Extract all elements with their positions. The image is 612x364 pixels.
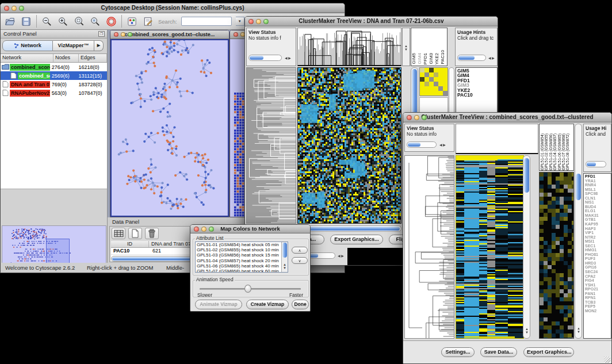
save-session-icon[interactable] [20, 16, 32, 28]
row-label[interactable]: FIG4 [585, 278, 610, 283]
attribute-listbox[interactable]: GPL51-01 (GSM854) heat shock 05 minGPL51… [195, 242, 288, 273]
column-label[interactable]: GIM3 [429, 53, 434, 64]
column-label[interactable]: PAC10 [441, 50, 445, 64]
scroll-arrows-icon[interactable]: ◀ ▶ [488, 56, 495, 60]
column-label[interactable]: YKE2 [435, 53, 439, 64]
done-button[interactable]: Done [292, 300, 309, 309]
row-label[interactable]: BUD4 [585, 205, 610, 209]
scroll-arrows-icon[interactable]: ▲▼ [283, 263, 286, 270]
scroll-arrows-icon[interactable]: ◀ ▶ [285, 56, 291, 60]
row-label[interactable]: PFD1 [585, 174, 610, 179]
row-label[interactable]: RPN1 [585, 296, 610, 300]
tab-network[interactable]: Network [2, 40, 53, 51]
attribute-list-item[interactable]: GPL51-02 (GSM855) heat shock 10 min [196, 247, 288, 252]
zoom-selected-icon[interactable] [73, 16, 85, 28]
tv2-heatmap[interactable] [456, 155, 524, 339]
tv1-column-dendrogram-canvas[interactable] [298, 28, 401, 65]
tab-vizmapper[interactable]: VizMapper™ [53, 40, 94, 51]
network-view-frame-1[interactable]: combined_scores_good.txt--cluste... [110, 30, 230, 217]
tv1-similarity-canvas[interactable] [420, 68, 447, 95]
create-vizmap-button[interactable]: Create Vizmap [246, 300, 289, 309]
row-label[interactable]: PUF3 [585, 256, 610, 261]
tv1-status-hscrollbar[interactable] [248, 55, 282, 61]
column-label[interactable]: PFD1 [423, 53, 428, 64]
tv1-usage-hscrollbar[interactable] [457, 55, 486, 61]
row-label[interactable]: VIP1 [585, 231, 610, 235]
row-label[interactable]: CLN1 [585, 196, 610, 201]
row-label[interactable]: MSI1 [585, 239, 610, 244]
delete-attribute-icon[interactable] [145, 228, 159, 239]
column-label[interactable]: GPL51-04 (GSM857) [553, 133, 557, 170]
row-label[interactable]: YSH1 [585, 283, 610, 288]
tv1-row-dendrogram-canvas[interactable] [247, 68, 296, 223]
zoom-in-icon[interactable] [57, 16, 69, 28]
scroll-arrows-icon[interactable]: ▲▼ [525, 327, 529, 334]
row-label[interactable]: GTB1 [585, 217, 610, 222]
row-label[interactable]: HAP3 [585, 227, 610, 231]
main-title-bar[interactable]: Cytoscape Desktop (Session Name: collins… [1, 3, 345, 13]
tv2-column-dendrogram[interactable] [456, 124, 538, 154]
attribute-list-item[interactable]: GPL51-03 (GSM856) heat shock 15 min [196, 252, 288, 258]
row-label[interactable]: PAC10 [457, 93, 496, 97]
tv2-heatmap-vscrollbar[interactable]: ▲▼ [523, 155, 530, 339]
row-label[interactable]: NTR2 [585, 235, 610, 240]
row-label[interactable]: SEC24 [585, 270, 610, 274]
row-label[interactable]: YRA1 [585, 179, 610, 183]
save-data-button[interactable]: Save Data... [480, 347, 517, 357]
network-row[interactable]: DNA and Tran 07 769(0) 183728(0) [1, 80, 107, 89]
row-label[interactable]: PAN1 [585, 292, 610, 296]
row-label[interactable]: TCB3 [585, 300, 610, 305]
tv1-column-labels[interactable]: GIM5GIM4PFD1GIM3YKE2PAC10 [411, 28, 447, 66]
tv2-row-dendrogram[interactable] [404, 155, 454, 339]
window-controls[interactable] [407, 115, 427, 120]
row-label[interactable]: RNR4 [585, 183, 610, 187]
row-label[interactable]: RPO21 [585, 287, 610, 292]
network-canvas[interactable] [112, 40, 228, 216]
tv1-row-dendrogram[interactable] [246, 67, 296, 224]
network-row[interactable]: RNAPuberNov2+ 563(0) 107847(0) [1, 89, 107, 97]
network-row[interactable]: combined_sco 2569(6) 13112(15) [1, 71, 107, 80]
treeview2-title-bar[interactable]: ClusterMaker TreeView : combined_scores_… [403, 113, 611, 122]
float-panel-icon[interactable]: ❐ [98, 31, 105, 37]
tv2-secondary-heatmap[interactable] [539, 172, 574, 339]
tv2-row-labels[interactable]: PFD1YRA1RNR4MSL1SPC98CLN1NIS1BUD4ELG1MAK… [583, 173, 611, 339]
tv1-heatmap-canvas[interactable] [298, 68, 401, 223]
row-label[interactable]: MAK31 [585, 213, 610, 218]
zoom-out-icon[interactable] [41, 16, 53, 28]
scroll-arrows-icon[interactable]: ◀ ▶ [439, 143, 446, 147]
attribute-select-icon[interactable] [112, 228, 125, 239]
row-label[interactable]: CPA2 [585, 274, 610, 279]
tv2-secondary-heatmap-canvas[interactable] [540, 173, 573, 338]
slider-thumb[interactable] [244, 285, 251, 293]
row-label[interactable]: NIS1 [585, 200, 610, 205]
column-label[interactable]: GIM5 [412, 53, 416, 64]
attribute-list-item[interactable]: GPL51-01 (GSM854) heat shock 05 min [196, 242, 288, 247]
annotation-icon[interactable] [142, 16, 154, 28]
row-label[interactable]: HRD3 [585, 261, 610, 266]
row-label[interactable]: KAP95 [585, 222, 610, 227]
window-controls[interactable] [248, 19, 269, 24]
more-tabs-arrow-icon[interactable]: ▶ [94, 40, 104, 51]
window-controls[interactable] [114, 32, 132, 37]
search-dropdown-icon[interactable]: ▼ [236, 17, 244, 26]
vizmap-shortcut-icon[interactable] [126, 16, 138, 28]
tv1-column-dendrogram[interactable] [297, 28, 401, 66]
search-input[interactable] [181, 17, 232, 26]
row-label[interactable]: MSL1 [585, 187, 610, 192]
row-label[interactable]: SEC1 [585, 244, 610, 248]
export-graphics-button[interactable]: Export Graphics... [523, 347, 574, 357]
network-row[interactable]: combined_scores_ 2764(0) 16218(0) [1, 63, 107, 71]
column-label[interactable]: GIM4 [418, 53, 422, 64]
export-graphics-button[interactable]: Export Graphics... [330, 235, 383, 244]
tv1-similarity-heatmap[interactable] [419, 67, 448, 96]
tv1-heatmap-hscrollbar[interactable] [297, 225, 401, 232]
treeview1-title-bar[interactable]: ClusterMaker TreeView : DNA and Tran 07-… [245, 17, 498, 26]
tv2-usage-hscrollbar[interactable] [586, 161, 606, 167]
scroll-arrows-icon[interactable]: ◀ ▶ [338, 254, 344, 258]
row-label[interactable]: MON2 [585, 309, 610, 313]
new-attribute-icon[interactable] [128, 228, 142, 239]
tv2-column-labels[interactable]: GPL51-01 (GSM854)GPL51-02 (GSM855)GPL51-… [539, 124, 574, 171]
animate-vizmap-button[interactable]: Animate Vizmap [195, 300, 242, 309]
row-label[interactable]: ELG1 [585, 209, 610, 213]
move-up-button[interactable]: ∧ [292, 247, 308, 254]
